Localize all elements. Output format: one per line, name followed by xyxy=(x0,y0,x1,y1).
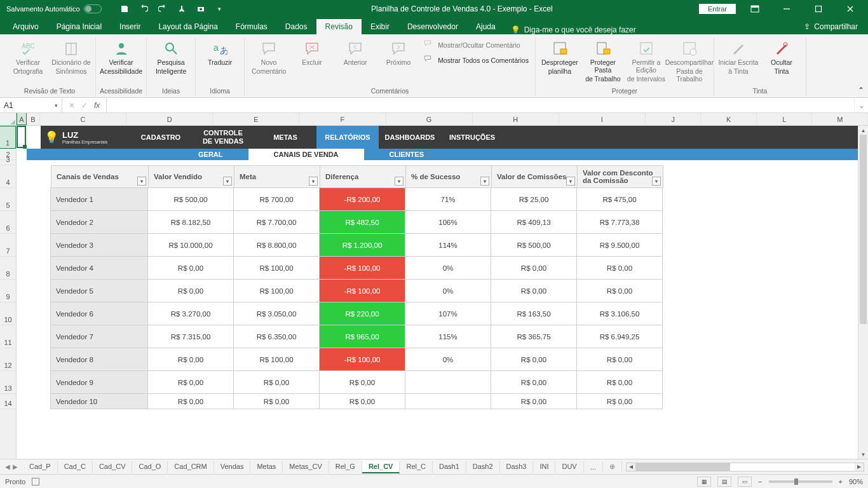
select-all-cell[interactable] xyxy=(0,113,17,126)
subnav-canais-de-venda[interactable]: CANAIS DE VENDA xyxy=(248,149,364,160)
tab-f-rmulas[interactable]: Fórmulas xyxy=(227,19,276,34)
ribbon-iniciar-escrita-button[interactable]: Iniciar Escritaà Tinta xyxy=(718,37,759,75)
sheet-tab-ini[interactable]: INI xyxy=(533,461,555,473)
cell[interactable]: R$ 475,00 xyxy=(576,187,663,211)
row-header-1[interactable]: 1 xyxy=(0,126,16,149)
ribbon-mostrar-todos-os-coment-rios-button[interactable]: 24">Mostrar Todos os Comentários xyxy=(421,53,531,67)
sheet-tab-cad_p[interactable]: Cad_P xyxy=(23,461,58,473)
sheet-nav-next-icon[interactable]: ▶ xyxy=(13,463,18,470)
column-header-E[interactable]: E xyxy=(213,113,299,125)
column-header-G[interactable]: G xyxy=(386,113,473,125)
cell[interactable]: R$ 7.773,38 xyxy=(576,210,663,234)
col-diferen-a[interactable]: Diferença▾ xyxy=(320,165,406,188)
cell[interactable]: R$ 100,00 xyxy=(233,348,320,371)
ribbon-verificar-button[interactable]: VerificarAcessibilidade xyxy=(101,37,142,75)
zoom-in-button[interactable]: + xyxy=(839,478,843,485)
subnav-clientes[interactable]: CLIENTES xyxy=(364,149,449,160)
filter-icon[interactable]: ▾ xyxy=(309,177,318,186)
normal-view-button[interactable]: ▦ xyxy=(697,477,711,487)
cell[interactable]: 0% xyxy=(405,348,491,371)
cell[interactable]: R$ 0,00 xyxy=(491,348,577,371)
name-box-dropdown-icon[interactable]: ▾ xyxy=(55,102,58,109)
sheet-tab-dash1[interactable]: Dash1 xyxy=(433,461,466,473)
cell[interactable]: R$ 409,13 xyxy=(491,210,577,234)
cell[interactable]: R$ 220,00 xyxy=(319,302,405,325)
cell[interactable]: R$ 0,00 xyxy=(491,370,577,394)
sheet-tab-vendas[interactable]: Vendas xyxy=(214,461,251,473)
cell[interactable]: R$ 0,00 xyxy=(319,370,405,394)
column-header-A[interactable]: A xyxy=(17,113,27,125)
cell[interactable]: 114% xyxy=(405,233,491,257)
filter-icon[interactable]: ▾ xyxy=(480,177,489,186)
cell[interactable]: R$ 0,00 xyxy=(147,370,234,394)
nav-cadastro[interactable]: CADASTRO xyxy=(130,126,192,149)
nav-relat-rios[interactable]: RELATÓRIOS xyxy=(316,126,379,149)
cell[interactable]: -R$ 200,00 xyxy=(319,187,405,211)
tab-p-gina-inicial[interactable]: Página Inicial xyxy=(48,19,111,34)
cell[interactable]: R$ 25,00 xyxy=(491,187,577,211)
ribbon-excluir-button[interactable]: Excluir xyxy=(292,37,332,66)
column-header-L[interactable]: L xyxy=(757,113,813,125)
zoom-out-button[interactable]: − xyxy=(758,478,762,485)
column-header-I[interactable]: I xyxy=(559,113,646,125)
cell[interactable]: R$ 8.800,00 xyxy=(233,233,320,257)
cell[interactable]: Vendedor 10 xyxy=(50,393,148,409)
sheet-tab-cad_cv[interactable]: Cad_CV xyxy=(93,461,133,473)
row-header-5[interactable]: 5 xyxy=(0,188,16,211)
column-header-H[interactable]: H xyxy=(473,113,559,125)
cell[interactable]: R$ 0,00 xyxy=(147,348,234,371)
zoom-slider[interactable] xyxy=(769,480,832,483)
cell[interactable]: Vendedor 3 xyxy=(50,233,148,257)
cell[interactable]: 0% xyxy=(405,279,491,302)
sheet-more-button[interactable]: ... xyxy=(584,461,603,473)
cell[interactable]: 115% xyxy=(405,325,491,348)
cell[interactable]: R$ 700,00 xyxy=(233,187,320,211)
cell[interactable]: R$ 0,00 xyxy=(491,279,577,302)
tab-ajuda[interactable]: Ajuda xyxy=(467,19,505,34)
cell[interactable]: -R$ 100,00 xyxy=(319,256,405,280)
row-header-14[interactable]: 14 xyxy=(0,394,16,409)
column-header-D[interactable]: D xyxy=(126,113,213,125)
cell[interactable]: R$ 0,00 xyxy=(576,348,663,371)
row-header-4[interactable]: 4 xyxy=(0,165,16,188)
cell[interactable]: R$ 0,00 xyxy=(233,393,320,409)
cell[interactable]: Vendedor 2 xyxy=(50,210,148,234)
cell[interactable]: R$ 0,00 xyxy=(491,393,577,409)
cell[interactable]: Vendedor 5 xyxy=(50,279,148,302)
ribbon-pesquisa-button[interactable]: PesquisaInteligente xyxy=(151,37,191,75)
cell[interactable]: R$ 3.050,00 xyxy=(233,302,320,325)
undo-icon[interactable] xyxy=(139,4,149,14)
cell[interactable]: R$ 3.270,00 xyxy=(147,302,234,325)
nav-instru-es[interactable]: INSTRUÇÕES xyxy=(441,126,503,149)
row-header-13[interactable]: 13 xyxy=(0,371,16,394)
hscroll-right-icon[interactable]: ▶ xyxy=(855,463,864,471)
sheet-tab-dash2[interactable]: Dash2 xyxy=(466,461,500,473)
cell[interactable]: R$ 9.500,00 xyxy=(576,233,663,257)
sheet-tab-metas_cv[interactable]: Metas_CV xyxy=(283,461,329,473)
tab-revis-o[interactable]: Revisão xyxy=(316,19,362,34)
tab-inserir[interactable]: Inserir xyxy=(111,19,149,34)
column-header-F[interactable]: F xyxy=(299,113,386,125)
cell[interactable]: -R$ 100,00 xyxy=(319,279,405,302)
subnav-geral[interactable]: GERAL xyxy=(173,149,248,160)
cell[interactable]: Vendedor 7 xyxy=(50,325,148,348)
tab-arquivo[interactable]: Arquivo xyxy=(4,19,48,34)
autosave-toggle[interactable]: Salvamento Automático xyxy=(6,4,102,13)
expand-formula-icon[interactable]: ⌄ xyxy=(854,98,868,112)
row-header-8[interactable]: 8 xyxy=(0,257,16,280)
ribbon-anterior-button[interactable]: Anterior xyxy=(335,37,376,66)
nav-metas[interactable]: METAS xyxy=(254,126,316,149)
sheet-tab-duv[interactable]: DUV xyxy=(555,461,583,473)
ribbon-ocultar-button[interactable]: OcultarTinta xyxy=(761,37,802,75)
hscroll-thumb[interactable] xyxy=(635,463,730,471)
column-header-C[interactable]: C xyxy=(40,113,126,125)
vscroll-thumb[interactable] xyxy=(860,135,867,324)
cell[interactable]: Vendedor 4 xyxy=(50,256,148,280)
touch-mode-icon[interactable] xyxy=(177,4,187,14)
cell[interactable] xyxy=(405,370,491,394)
col-valor-com-desconto-da-comiss-o[interactable]: Valor com Desconto da Comissão▾ xyxy=(577,165,663,188)
ribbon-dicion-rio-de-button[interactable]: Dicionário deSinônimos xyxy=(51,37,92,75)
cancel-formula-icon[interactable]: ✕ xyxy=(69,101,75,110)
tab-desenvolvedor[interactable]: Desenvolvedor xyxy=(398,19,467,34)
cell[interactable]: R$ 0,00 xyxy=(491,256,577,280)
